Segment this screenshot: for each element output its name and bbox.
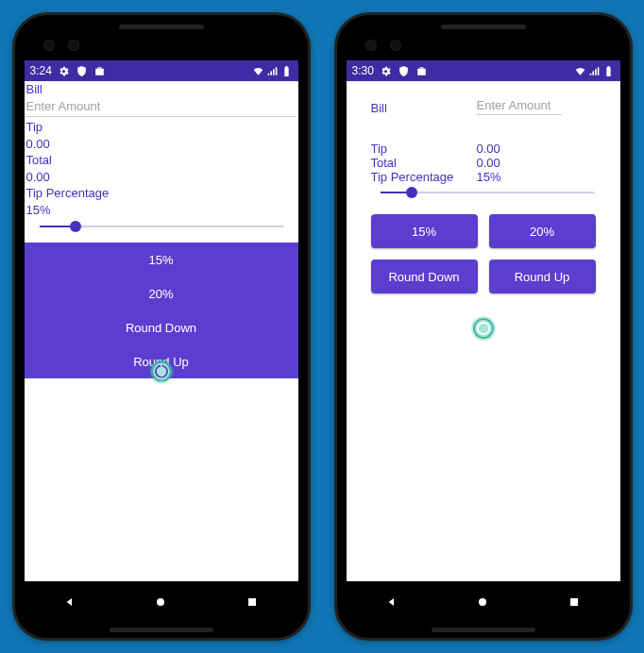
nav-home-button[interactable] [475,594,490,613]
round-up-button[interactable]: Round Up [489,260,596,293]
tip-percentage-label: Tip Percentage [371,170,454,184]
nav-back-button[interactable] [62,594,77,613]
shield-icon [398,65,410,77]
tip-20-button[interactable]: 20% [25,276,298,310]
gear-icon [380,65,392,77]
tip-20-button[interactable]: 20% [489,214,596,248]
tip-percentage-value: 15% [26,202,297,219]
nav-back-button[interactable] [384,594,399,613]
wifi-icon [252,65,264,77]
tip-value: 0.00 [477,142,500,156]
status-time: 3:24 [30,64,52,77]
svg-point-0 [157,598,164,606]
nav-recent-button[interactable] [245,594,260,613]
screen: 3:30 Bill Enter Amount Tip 0.00 [347,60,620,581]
tip-label: Tip [26,119,297,136]
signal-icon [588,65,601,77]
android-nav-bar [25,585,298,623]
svg-rect-1 [248,598,256,606]
round-down-button[interactable]: Round Down [25,310,298,344]
shield-icon [76,65,88,77]
phone-frame-left: 3:24 Bill Enter Amount Tip 0.00 Total 0.… [15,15,308,638]
tip-slider[interactable] [40,218,283,235]
phone-frame-right: 3:30 Bill Enter Amount Tip 0.00 [337,15,630,638]
status-bar: 3:24 [25,60,298,81]
briefcase-icon [93,65,106,77]
battery-icon [280,65,293,77]
tip-percentage-label: Tip Percentage [26,185,297,202]
briefcase-icon [415,65,428,77]
bill-label: Bill [26,81,297,98]
total-value: 0.00 [477,156,500,170]
total-value: 0.00 [26,169,297,186]
gear-icon [58,65,70,77]
status-time: 3:30 [352,64,374,77]
tip-button-grid: 15% 20% Round Down Round Up [371,214,596,293]
nav-home-button[interactable] [153,594,168,613]
nav-recent-button[interactable] [567,594,582,613]
round-down-button[interactable]: Round Down [371,260,478,293]
bill-label: Bill [371,101,454,115]
wifi-icon [574,65,586,77]
touch-indicator-icon [151,361,172,382]
status-bar: 3:30 [347,60,620,81]
phone-sensors [43,40,79,51]
tip-15-button[interactable]: 15% [371,214,478,248]
touch-indicator-icon [473,318,494,339]
svg-rect-3 [570,598,578,606]
bill-input[interactable]: Enter Amount [26,98,297,118]
svg-point-2 [479,598,486,606]
battery-icon [602,65,615,77]
tip-label: Tip [371,142,454,156]
total-label: Total [371,156,454,170]
tip-value: 0.00 [26,136,297,153]
screen: 3:24 Bill Enter Amount Tip 0.00 Total 0.… [25,60,298,581]
tip-slider[interactable] [381,184,594,201]
android-nav-bar [347,585,620,623]
phone-sensors [365,40,401,51]
tip-percentage-value: 15% [477,170,501,184]
total-label: Total [26,152,297,169]
signal-icon [266,65,279,77]
tip-15-button[interactable]: 15% [25,243,298,276]
round-up-button[interactable]: Round Up [25,344,298,378]
tip-button-list: 15% 20% Round Down Round Up [25,243,298,378]
bill-input[interactable]: Enter Amount [477,98,562,115]
